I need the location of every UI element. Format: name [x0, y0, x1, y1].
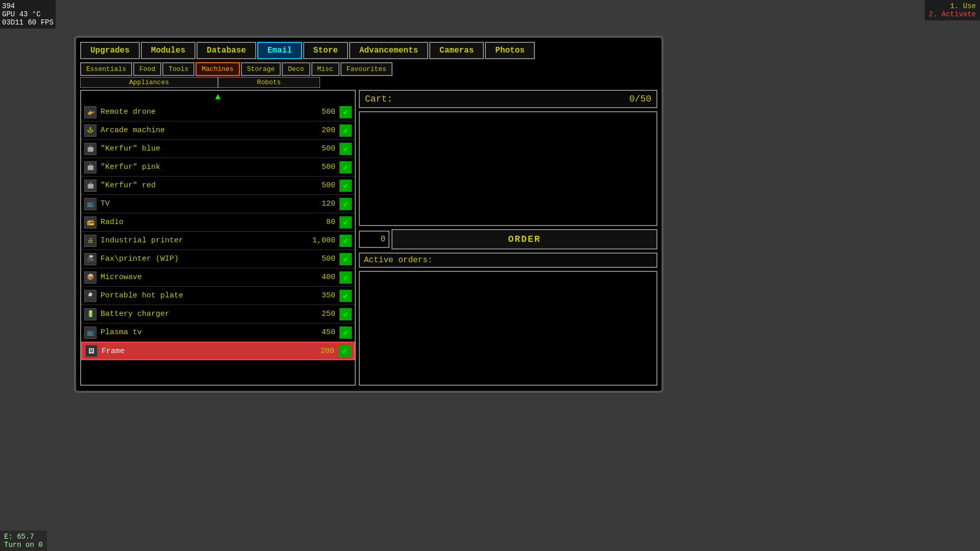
item-price: 400 — [305, 273, 335, 282]
order-button[interactable]: ORDER — [391, 229, 657, 249]
scroll-up-arrow: ▲ — [81, 91, 355, 103]
item-check-icon: ✔ — [339, 161, 352, 173]
sub-tab-machines[interactable]: Machines — [195, 62, 239, 76]
item-name: Frame — [102, 347, 304, 356]
item-check-icon: ✔ — [339, 198, 352, 210]
item-price: 80 — [305, 218, 335, 227]
list-item[interactable]: 🚁Remote drone500✔ — [81, 103, 355, 121]
item-check-icon: ✔ — [339, 180, 352, 192]
item-price: 500 — [305, 108, 335, 116]
key-activate: 2. Activate — [929, 10, 976, 18]
item-price: 120 — [305, 199, 335, 208]
gpu-id: 03D11 — [2, 18, 23, 27]
item-price: 350 — [305, 291, 335, 300]
section-robots: Robots — [218, 77, 320, 88]
right-panel: Cart: 0/50 ORDER Active orders: — [359, 90, 657, 386]
item-price: 200 — [304, 347, 334, 356]
item-check-icon: ✔ — [339, 308, 352, 320]
key-use: 1. Use — [929, 2, 976, 10]
turn-on-value: 0 — [38, 541, 42, 549]
item-name: "Kerfur" blue — [101, 144, 305, 153]
list-item[interactable]: 📻Radio80✔ — [81, 213, 355, 232]
nav-tab-database[interactable]: Database — [197, 42, 256, 59]
item-icon: 📺 — [84, 198, 96, 210]
cart-area — [359, 111, 657, 226]
item-icon: 🤖 — [84, 143, 96, 155]
item-name: Remote drone — [101, 108, 305, 116]
nav-tab-modules[interactable]: Modules — [141, 42, 195, 59]
item-icon: 🚁 — [84, 106, 96, 118]
list-item[interactable]: 🤖"Kerfur" pink500✔ — [81, 158, 355, 177]
item-name: "Kerfur" pink — [101, 163, 305, 171]
sub-tab-tools[interactable]: Tools — [162, 62, 194, 76]
cart-label: Cart: — [365, 94, 393, 104]
item-name: "Kerfur" red — [101, 181, 305, 190]
list-item[interactable]: 📠Fax\printer (WIP)500✔ — [81, 250, 355, 268]
hud-bottomleft: E: 65.7 Turn on 0 — [0, 531, 47, 551]
order-row: ORDER — [359, 229, 657, 249]
sub-tab-misc[interactable]: Misc — [311, 62, 339, 76]
item-icon: 📠 — [84, 253, 96, 265]
item-price: 500 — [305, 144, 335, 153]
item-name: Arcade machine — [101, 126, 305, 135]
item-name: Microwave — [101, 273, 305, 282]
list-item[interactable]: 🍳Portable hot plate350✔ — [81, 287, 355, 305]
item-check-icon: ✔ — [339, 290, 352, 302]
fps-unit: FPS — [41, 18, 54, 27]
item-price: 500 — [305, 255, 335, 263]
cart-header: Cart: 0/50 — [359, 90, 657, 108]
sub-tab-deco[interactable]: Deco — [282, 62, 310, 76]
sub-tab-food[interactable]: Food — [133, 62, 161, 76]
hud-topleft: 394 GPU 43 °C 03D11 60 FPS — [0, 0, 56, 29]
item-icon: 🕹 — [84, 124, 96, 137]
temp-unit: °C — [32, 10, 41, 18]
list-item[interactable]: 📺Plasma tv450✔ — [81, 323, 355, 342]
items-list[interactable]: ▲ 🚁Remote drone500✔🕹Arcade machine200✔🤖"… — [80, 90, 356, 386]
sub-tabs: EssentialsFoodToolsMachinesStorageDecoMi… — [80, 62, 657, 76]
list-item[interactable]: 🔋Battery charger250✔ — [81, 305, 355, 323]
order-quantity-input[interactable] — [359, 231, 389, 248]
nav-tab-upgrades[interactable]: Upgrades — [80, 42, 140, 59]
turn-on-display: Turn on 0 — [4, 541, 43, 549]
nav-tab-advancements[interactable]: Advancements — [349, 42, 428, 59]
nav-tab-store[interactable]: Store — [303, 42, 348, 59]
turn-on-label: Turn on — [4, 541, 34, 549]
fps-value: 60 — [28, 18, 36, 27]
item-icon: 🍳 — [84, 290, 96, 302]
sub-tab-storage[interactable]: Storage — [241, 62, 281, 76]
item-name: Plasma tv — [101, 328, 305, 337]
item-name: TV — [101, 199, 305, 208]
list-item[interactable]: 🖼Frame200✔ — [81, 342, 355, 360]
list-item[interactable]: 🤖"Kerfur" red500✔ — [81, 177, 355, 195]
item-icon: 🖼 — [85, 345, 97, 357]
item-icon: 🤖 — [84, 161, 96, 173]
list-item[interactable]: 🖨Industrial printer1,000✔ — [81, 232, 355, 250]
item-check-icon: ✔ — [339, 143, 352, 155]
item-icon: 📦 — [84, 271, 96, 284]
list-item[interactable]: 🕹Arcade machine200✔ — [81, 121, 355, 140]
nav-tabs: UpgradesModulesDatabaseEmailStoreAdvance… — [80, 42, 657, 59]
coords-display: E: 65.7 — [4, 533, 43, 541]
sub-tab-favourites[interactable]: Favourites — [340, 62, 393, 76]
sub-tab-essentials[interactable]: Essentials — [80, 62, 132, 76]
section-labels: Appliances Robots — [80, 77, 657, 88]
cart-count: 0/50 — [629, 94, 651, 104]
item-name: Radio — [101, 218, 305, 227]
hud-topright: 1. Use 2. Activate — [925, 0, 980, 20]
list-item[interactable]: 🤖"Kerfur" blue500✔ — [81, 140, 355, 158]
nav-tab-email[interactable]: Email — [257, 42, 302, 59]
item-price: 450 — [305, 328, 335, 337]
item-icon: 🤖 — [84, 180, 96, 192]
item-icon: 📺 — [84, 327, 96, 339]
section-appliances: Appliances — [80, 77, 218, 88]
item-check-icon: ✔ — [339, 235, 352, 247]
nav-tab-cameras[interactable]: Cameras — [429, 42, 484, 59]
nav-tab-photos[interactable]: Photos — [485, 42, 535, 59]
item-name: Industrial printer — [101, 236, 305, 245]
item-check-icon: ✔ — [339, 327, 352, 339]
item-icon: 📻 — [84, 216, 96, 229]
list-item[interactable]: 📺TV120✔ — [81, 195, 355, 213]
fps-info: 03D11 60 FPS — [2, 18, 54, 27]
list-item[interactable]: 📦Microwave400✔ — [81, 268, 355, 287]
item-name: Battery charger — [101, 310, 305, 318]
